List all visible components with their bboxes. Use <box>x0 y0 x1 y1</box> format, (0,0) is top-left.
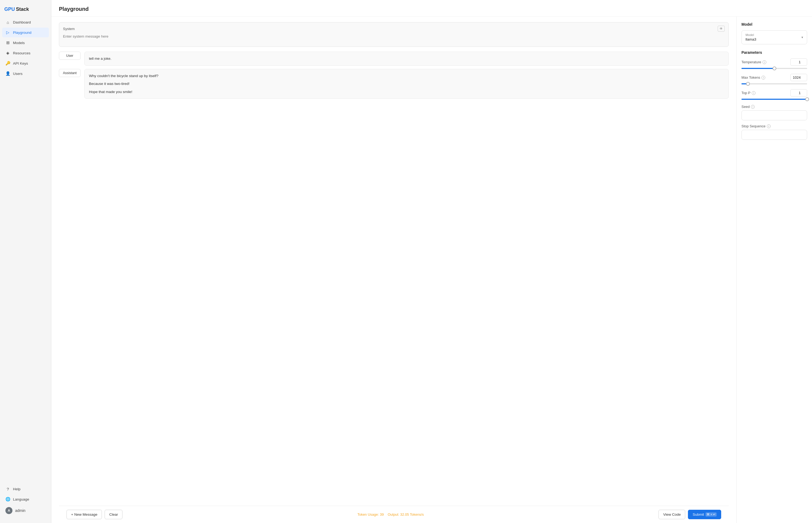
top-p-label: Top P i <box>741 91 756 95</box>
top-p-slider-fill <box>741 99 807 100</box>
sidebar-item-label-help: Help <box>13 487 21 491</box>
user-role-badge[interactable]: User <box>59 52 80 60</box>
max-tokens-label: Max Tokens i <box>741 75 765 79</box>
sidebar-item-help[interactable]: ? Help <box>2 484 49 494</box>
assistant-line-2: Because it was two-tired! <box>89 81 724 87</box>
messages-scroll: User tell me a joke. Assistant Why could… <box>59 52 729 506</box>
new-message-button[interactable]: + New Message <box>67 510 102 519</box>
bottom-toolbar: + New Message Clear Token Usage: 39 Outp… <box>59 506 729 523</box>
temperature-label: Temperature i <box>741 60 766 64</box>
max-tokens-slider-track <box>741 83 807 84</box>
models-icon: ⊞ <box>5 40 10 45</box>
model-select-value: llama3 <box>745 37 756 41</box>
max-tokens-slider-thumb[interactable] <box>746 82 750 86</box>
token-info: Token Usage: 39 Output: 32.05 Tokens/s <box>125 512 656 517</box>
dashboard-icon: ⌂ <box>5 20 10 24</box>
stop-sequence-label: Stop Sequence i <box>741 124 807 128</box>
sidebar-bottom: ? Help 🌐 Language A admin <box>0 484 51 519</box>
system-box: System 👁 <box>59 22 729 47</box>
system-visibility-button[interactable]: 👁 <box>718 26 725 32</box>
seed-label: Seed i <box>741 105 807 109</box>
logo-stack-text: Stack <box>16 6 29 12</box>
temperature-label-row: Temperature i <box>741 58 807 66</box>
resources-icon: ◈ <box>5 51 10 55</box>
sidebar-item-users[interactable]: 👤 Users <box>2 69 49 78</box>
seed-info-icon[interactable]: i <box>751 105 755 109</box>
seed-input[interactable] <box>741 110 807 120</box>
main-body: System 👁 User tell me a joke. Assistant … <box>51 17 812 523</box>
sidebar: GPUStack ⌂ Dashboard ▷ Playground ⊞ Mode… <box>0 0 51 523</box>
table-row: User tell me a joke. <box>59 52 729 66</box>
view-code-button[interactable]: View Code <box>659 510 685 519</box>
model-select-dropdown[interactable]: Model llama3 ▾ <box>741 30 807 44</box>
submit-label: Submit <box>693 512 704 517</box>
temperature-slider-track <box>741 68 807 69</box>
main: Playground System 👁 User tell me a joke. <box>51 0 812 523</box>
sidebar-item-api-keys[interactable]: 🔑 API Keys <box>2 58 49 68</box>
max-tokens-label-row: Max Tokens i <box>741 74 807 81</box>
user-message-content[interactable]: tell me a joke. <box>84 52 729 66</box>
sidebar-item-label-playground: Playground <box>13 31 31 35</box>
submit-shortcut: ⌘ + ↵ <box>705 512 717 517</box>
assistant-line-3: Hope that made you smile! <box>89 89 724 95</box>
temperature-info-icon[interactable]: i <box>762 60 766 64</box>
logo-gpu-text: GPU <box>4 6 15 12</box>
system-message-input[interactable] <box>63 34 725 42</box>
params-section-title: Parameters <box>741 50 807 55</box>
top-p-input[interactable] <box>790 89 807 96</box>
stop-sequence-param: Stop Sequence i <box>741 124 807 140</box>
stop-sequence-input[interactable] <box>741 130 807 140</box>
language-icon: 🌐 <box>5 497 10 502</box>
top-p-slider-thumb[interactable] <box>805 97 809 101</box>
logo: GPUStack <box>4 6 47 12</box>
max-tokens-param: Max Tokens i <box>741 74 807 84</box>
top-p-info-icon[interactable]: i <box>752 91 756 95</box>
sidebar-item-language[interactable]: 🌐 Language <box>2 494 49 504</box>
main-header: Playground <box>51 0 812 17</box>
temperature-param: Temperature i <box>741 58 807 69</box>
username-label: admin <box>15 508 25 513</box>
api-keys-icon: 🔑 <box>5 61 10 66</box>
assistant-line-1: Why couldn't the bicycle stand up by its… <box>89 73 724 79</box>
temperature-slider-thumb[interactable] <box>773 67 776 70</box>
sidebar-item-label-api-keys: API Keys <box>13 61 28 66</box>
sidebar-item-label-models: Models <box>13 41 25 45</box>
table-row: Assistant Why couldn't the bicycle stand… <box>59 69 729 99</box>
token-usage-text: Token Usage: 39 <box>357 512 384 517</box>
max-tokens-info-icon[interactable]: i <box>761 76 765 79</box>
max-tokens-input[interactable] <box>790 74 807 81</box>
users-icon: 👤 <box>5 71 10 76</box>
sidebar-item-dashboard[interactable]: ⌂ Dashboard <box>2 18 49 27</box>
seed-param: Seed i <box>741 105 807 120</box>
system-label-text: System <box>63 27 75 31</box>
chat-area: System 👁 User tell me a joke. Assistant … <box>51 17 736 523</box>
model-select-label: Model <box>745 33 756 36</box>
token-output-text: Output: 32.05 Tokens/s <box>388 512 424 517</box>
user-area[interactable]: A admin <box>2 505 49 517</box>
stop-sequence-info-icon[interactable]: i <box>767 124 771 128</box>
help-icon: ? <box>5 487 10 491</box>
sidebar-item-playground[interactable]: ▷ Playground <box>2 28 49 37</box>
sidebar-item-label-users: Users <box>13 72 22 76</box>
model-section-title: Model <box>741 22 807 26</box>
top-p-label-row: Top P i <box>741 89 807 96</box>
top-p-slider-track <box>741 99 807 100</box>
sidebar-item-label-dashboard: Dashboard <box>13 20 31 24</box>
sidebar-item-label-resources: Resources <box>13 51 31 55</box>
temperature-slider-fill <box>741 68 774 69</box>
sidebar-item-models[interactable]: ⊞ Models <box>2 38 49 48</box>
system-label: System 👁 <box>63 26 725 32</box>
assistant-role-badge[interactable]: Assistant <box>59 69 80 77</box>
page-title: Playground <box>59 6 805 12</box>
clear-button[interactable]: Clear <box>105 510 123 519</box>
nav-items: ⌂ Dashboard ▷ Playground ⊞ Models ◈ Reso… <box>0 18 51 484</box>
top-p-param: Top P i <box>741 89 807 100</box>
sidebar-item-resources[interactable]: ◈ Resources <box>2 48 49 58</box>
submit-button[interactable]: Submit ⌘ + ↵ <box>688 510 721 519</box>
avatar: A <box>5 507 13 514</box>
logo-area: GPUStack <box>0 4 51 18</box>
chevron-down-icon: ▾ <box>801 35 803 39</box>
temperature-input[interactable] <box>790 58 807 66</box>
playground-icon: ▷ <box>5 30 10 35</box>
assistant-message-content: Why couldn't the bicycle stand up by its… <box>84 69 729 99</box>
